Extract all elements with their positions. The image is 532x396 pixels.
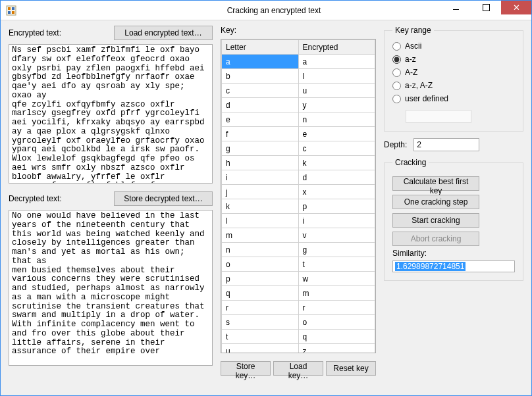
load-encrypted-button[interactable]: Load encrypted text… [114,26,213,40]
similarity-label: Similarity: [392,249,515,258]
decrypted-textarea[interactable] [9,210,213,366]
key-range-legend: Key range [392,26,434,35]
depth-input[interactable] [413,138,479,151]
radio-option-user[interactable]: user defined [392,94,515,103]
radio-azAZ[interactable] [392,82,401,90]
cell-encrypted[interactable]: g [298,243,375,257]
key-col-letter[interactable]: Letter [222,40,299,55]
cell-encrypted[interactable]: o [298,315,375,330]
table-row[interactable]: so [222,315,375,330]
radio-option-ascii[interactable]: Ascii [392,41,515,51]
reset-key-button[interactable]: Reset key [326,361,376,376]
one-cracking-step-button[interactable]: One cracking step [392,195,479,209]
cell-letter[interactable]: a [222,55,299,69]
cell-encrypted[interactable]: x [298,185,375,199]
radio-option-az[interactable]: a-z [392,55,515,64]
store-key-button[interactable]: Store key… [221,361,271,376]
table-row[interactable]: kp [222,199,375,214]
cell-encrypted[interactable]: m [298,286,375,301]
cell-letter[interactable]: q [222,286,299,301]
maximize-button[interactable] [471,1,501,14]
table-row[interactable]: pw [222,272,375,286]
cell-encrypted[interactable]: l [298,69,375,84]
cell-letter[interactable]: l [222,214,299,228]
key-col-encrypted[interactable]: Encrypted [298,40,375,55]
table-row[interactable]: ng [222,243,375,257]
svg-rect-1 [8,7,11,10]
cell-letter[interactable]: r [222,301,299,315]
cell-encrypted[interactable]: z [298,344,375,354]
close-button[interactable] [501,1,531,14]
table-row[interactable]: aa [222,55,375,69]
cell-letter[interactable]: s [222,315,299,330]
cell-letter[interactable]: b [222,69,299,84]
table-row[interactable]: li [222,214,375,228]
abort-cracking-button[interactable]: Abort cracking [392,232,479,246]
encrypted-textarea[interactable] [9,44,213,184]
start-cracking-button[interactable]: Start cracking [392,213,479,228]
radio-option-azAZ[interactable]: a-z, A-Z [392,81,515,90]
cell-letter[interactable]: d [222,98,299,112]
cell-encrypted[interactable]: u [298,84,375,98]
table-row[interactable]: tq [222,330,375,344]
table-row[interactable]: mv [222,228,375,243]
radio-az[interactable] [392,55,401,64]
key-label: Key: [221,26,376,35]
cell-encrypted[interactable]: n [298,112,375,127]
table-row[interactable]: uz [222,344,375,354]
table-row[interactable]: ot [222,257,375,272]
table-row[interactable]: qm [222,286,375,301]
user-defined-input[interactable] [406,110,471,123]
app-icon [6,5,16,16]
cell-encrypted[interactable]: q [298,330,375,344]
radio-option-AZ[interactable]: A-Z [392,68,515,77]
cell-letter[interactable]: k [222,199,299,214]
cell-letter[interactable]: c [222,84,299,98]
key-range-group: Key range Asciia-zA-Za-z, A-Zuser define… [384,26,523,132]
table-row[interactable]: en [222,112,375,127]
cell-encrypted[interactable]: k [298,156,375,170]
cell-letter[interactable]: g [222,141,299,156]
cell-letter[interactable]: o [222,257,299,272]
table-row[interactable]: jx [222,185,375,199]
cell-encrypted[interactable]: c [298,141,375,156]
radio-user[interactable] [392,95,401,103]
table-row[interactable]: fe [222,127,375,141]
load-key-button[interactable]: Load key… [273,361,323,376]
minimize-button[interactable] [440,1,471,14]
cell-letter[interactable]: p [222,272,299,286]
cell-encrypted[interactable]: v [298,228,375,243]
table-row[interactable]: dy [222,98,375,112]
store-decrypted-button[interactable]: Store decrypted text… [114,191,213,206]
cell-letter[interactable]: j [222,185,299,199]
table-row[interactable]: cu [222,84,375,98]
cell-encrypted[interactable]: y [298,98,375,112]
cell-letter[interactable]: i [222,170,299,185]
cell-encrypted[interactable]: d [298,170,375,185]
cell-letter[interactable]: e [222,112,299,127]
table-row[interactable]: bl [222,69,375,84]
table-row[interactable]: rr [222,301,375,315]
calculate-best-first-key-button[interactable]: Calculate best first key [392,176,479,191]
cell-encrypted[interactable]: t [298,257,375,272]
radio-ascii[interactable] [392,42,401,51]
cell-encrypted[interactable]: a [298,55,375,69]
key-grid-container[interactable]: Letter Encrypted aablcudyenfegchkidjxkpl… [221,39,376,353]
table-row[interactable]: id [222,170,375,185]
cell-letter[interactable]: h [222,156,299,170]
table-row[interactable]: hk [222,156,375,170]
cell-encrypted[interactable]: i [298,214,375,228]
cell-encrypted[interactable]: r [298,301,375,315]
cell-letter[interactable]: t [222,330,299,344]
cell-letter[interactable]: f [222,127,299,141]
cell-encrypted[interactable]: p [298,199,375,214]
cell-encrypted[interactable]: w [298,272,375,286]
cell-encrypted[interactable]: e [298,127,375,141]
radio-label: Ascii [405,41,421,51]
table-row[interactable]: gc [222,141,375,156]
radio-AZ[interactable] [392,68,401,77]
cell-letter[interactable]: u [222,344,299,354]
cell-letter[interactable]: m [222,228,299,243]
cell-letter[interactable]: n [222,243,299,257]
left-column: Encrypted text: Load encrypted text… Dec… [9,26,213,389]
